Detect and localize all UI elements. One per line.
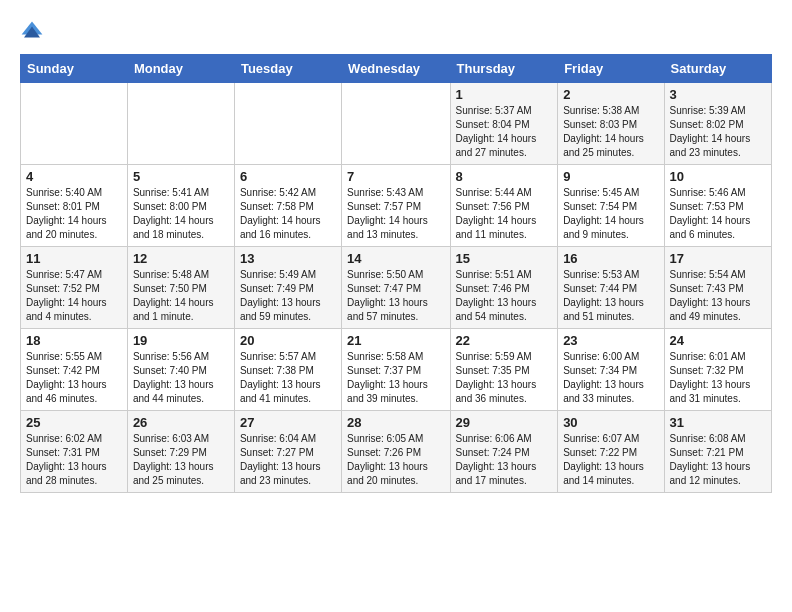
day-number: 11: [26, 251, 122, 266]
day-info: Sunrise: 5:38 AM Sunset: 8:03 PM Dayligh…: [563, 104, 658, 160]
day-info: Sunrise: 5:50 AM Sunset: 7:47 PM Dayligh…: [347, 268, 444, 324]
day-of-week-header: Sunday: [21, 55, 128, 83]
day-number: 13: [240, 251, 336, 266]
calendar-day-cell: 18Sunrise: 5:55 AM Sunset: 7:42 PM Dayli…: [21, 329, 128, 411]
day-number: 23: [563, 333, 658, 348]
day-number: 9: [563, 169, 658, 184]
calendar-day-cell: 2Sunrise: 5:38 AM Sunset: 8:03 PM Daylig…: [558, 83, 664, 165]
day-info: Sunrise: 5:41 AM Sunset: 8:00 PM Dayligh…: [133, 186, 229, 242]
page-header: [20, 20, 772, 44]
calendar-day-cell: 1Sunrise: 5:37 AM Sunset: 8:04 PM Daylig…: [450, 83, 558, 165]
calendar-day-cell: 9Sunrise: 5:45 AM Sunset: 7:54 PM Daylig…: [558, 165, 664, 247]
day-of-week-header: Monday: [127, 55, 234, 83]
logo: [20, 20, 48, 44]
day-of-week-header: Friday: [558, 55, 664, 83]
calendar-table: SundayMondayTuesdayWednesdayThursdayFrid…: [20, 54, 772, 493]
day-info: Sunrise: 6:03 AM Sunset: 7:29 PM Dayligh…: [133, 432, 229, 488]
day-number: 7: [347, 169, 444, 184]
day-info: Sunrise: 5:53 AM Sunset: 7:44 PM Dayligh…: [563, 268, 658, 324]
calendar-day-cell: 31Sunrise: 6:08 AM Sunset: 7:21 PM Dayli…: [664, 411, 771, 493]
calendar-day-cell: 14Sunrise: 5:50 AM Sunset: 7:47 PM Dayli…: [342, 247, 450, 329]
calendar-day-cell: 17Sunrise: 5:54 AM Sunset: 7:43 PM Dayli…: [664, 247, 771, 329]
calendar-week-row: 1Sunrise: 5:37 AM Sunset: 8:04 PM Daylig…: [21, 83, 772, 165]
day-number: 17: [670, 251, 766, 266]
day-info: Sunrise: 5:49 AM Sunset: 7:49 PM Dayligh…: [240, 268, 336, 324]
calendar-week-row: 25Sunrise: 6:02 AM Sunset: 7:31 PM Dayli…: [21, 411, 772, 493]
calendar-day-cell: 27Sunrise: 6:04 AM Sunset: 7:27 PM Dayli…: [234, 411, 341, 493]
day-info: Sunrise: 6:04 AM Sunset: 7:27 PM Dayligh…: [240, 432, 336, 488]
calendar-day-cell: 4Sunrise: 5:40 AM Sunset: 8:01 PM Daylig…: [21, 165, 128, 247]
day-info: Sunrise: 6:02 AM Sunset: 7:31 PM Dayligh…: [26, 432, 122, 488]
day-info: Sunrise: 5:37 AM Sunset: 8:04 PM Dayligh…: [456, 104, 553, 160]
calendar-day-cell: 16Sunrise: 5:53 AM Sunset: 7:44 PM Dayli…: [558, 247, 664, 329]
day-number: 31: [670, 415, 766, 430]
day-number: 16: [563, 251, 658, 266]
calendar-day-cell: 8Sunrise: 5:44 AM Sunset: 7:56 PM Daylig…: [450, 165, 558, 247]
day-info: Sunrise: 6:08 AM Sunset: 7:21 PM Dayligh…: [670, 432, 766, 488]
calendar-day-cell: 26Sunrise: 6:03 AM Sunset: 7:29 PM Dayli…: [127, 411, 234, 493]
calendar-day-cell: [21, 83, 128, 165]
calendar-week-row: 11Sunrise: 5:47 AM Sunset: 7:52 PM Dayli…: [21, 247, 772, 329]
calendar-day-cell: 7Sunrise: 5:43 AM Sunset: 7:57 PM Daylig…: [342, 165, 450, 247]
day-info: Sunrise: 5:43 AM Sunset: 7:57 PM Dayligh…: [347, 186, 444, 242]
day-info: Sunrise: 5:44 AM Sunset: 7:56 PM Dayligh…: [456, 186, 553, 242]
day-number: 28: [347, 415, 444, 430]
day-info: Sunrise: 5:54 AM Sunset: 7:43 PM Dayligh…: [670, 268, 766, 324]
day-info: Sunrise: 6:07 AM Sunset: 7:22 PM Dayligh…: [563, 432, 658, 488]
calendar-day-cell: 25Sunrise: 6:02 AM Sunset: 7:31 PM Dayli…: [21, 411, 128, 493]
day-info: Sunrise: 5:57 AM Sunset: 7:38 PM Dayligh…: [240, 350, 336, 406]
day-info: Sunrise: 5:39 AM Sunset: 8:02 PM Dayligh…: [670, 104, 766, 160]
calendar-day-cell: 12Sunrise: 5:48 AM Sunset: 7:50 PM Dayli…: [127, 247, 234, 329]
day-number: 19: [133, 333, 229, 348]
day-info: Sunrise: 6:00 AM Sunset: 7:34 PM Dayligh…: [563, 350, 658, 406]
calendar-day-cell: 30Sunrise: 6:07 AM Sunset: 7:22 PM Dayli…: [558, 411, 664, 493]
day-info: Sunrise: 5:47 AM Sunset: 7:52 PM Dayligh…: [26, 268, 122, 324]
calendar-day-cell: 10Sunrise: 5:46 AM Sunset: 7:53 PM Dayli…: [664, 165, 771, 247]
day-number: 21: [347, 333, 444, 348]
calendar-day-cell: 23Sunrise: 6:00 AM Sunset: 7:34 PM Dayli…: [558, 329, 664, 411]
calendar-week-row: 18Sunrise: 5:55 AM Sunset: 7:42 PM Dayli…: [21, 329, 772, 411]
day-info: Sunrise: 5:42 AM Sunset: 7:58 PM Dayligh…: [240, 186, 336, 242]
day-number: 4: [26, 169, 122, 184]
day-number: 5: [133, 169, 229, 184]
calendar-day-cell: 3Sunrise: 5:39 AM Sunset: 8:02 PM Daylig…: [664, 83, 771, 165]
day-of-week-header: Saturday: [664, 55, 771, 83]
calendar-day-cell: 13Sunrise: 5:49 AM Sunset: 7:49 PM Dayli…: [234, 247, 341, 329]
day-info: Sunrise: 5:46 AM Sunset: 7:53 PM Dayligh…: [670, 186, 766, 242]
day-number: 12: [133, 251, 229, 266]
calendar-day-cell: 20Sunrise: 5:57 AM Sunset: 7:38 PM Dayli…: [234, 329, 341, 411]
day-number: 30: [563, 415, 658, 430]
calendar-day-cell: 29Sunrise: 6:06 AM Sunset: 7:24 PM Dayli…: [450, 411, 558, 493]
day-number: 2: [563, 87, 658, 102]
day-info: Sunrise: 5:55 AM Sunset: 7:42 PM Dayligh…: [26, 350, 122, 406]
day-number: 20: [240, 333, 336, 348]
day-info: Sunrise: 5:40 AM Sunset: 8:01 PM Dayligh…: [26, 186, 122, 242]
day-number: 15: [456, 251, 553, 266]
day-info: Sunrise: 5:59 AM Sunset: 7:35 PM Dayligh…: [456, 350, 553, 406]
calendar-day-cell: 5Sunrise: 5:41 AM Sunset: 8:00 PM Daylig…: [127, 165, 234, 247]
day-of-week-header: Tuesday: [234, 55, 341, 83]
day-of-week-header: Thursday: [450, 55, 558, 83]
day-info: Sunrise: 5:56 AM Sunset: 7:40 PM Dayligh…: [133, 350, 229, 406]
day-of-week-header: Wednesday: [342, 55, 450, 83]
calendar-day-cell: [342, 83, 450, 165]
day-number: 18: [26, 333, 122, 348]
day-info: Sunrise: 6:05 AM Sunset: 7:26 PM Dayligh…: [347, 432, 444, 488]
day-number: 3: [670, 87, 766, 102]
day-number: 29: [456, 415, 553, 430]
day-number: 14: [347, 251, 444, 266]
day-number: 22: [456, 333, 553, 348]
calendar-week-row: 4Sunrise: 5:40 AM Sunset: 8:01 PM Daylig…: [21, 165, 772, 247]
day-number: 10: [670, 169, 766, 184]
day-number: 8: [456, 169, 553, 184]
calendar-header-row: SundayMondayTuesdayWednesdayThursdayFrid…: [21, 55, 772, 83]
logo-icon: [20, 20, 44, 44]
day-number: 26: [133, 415, 229, 430]
calendar-day-cell: 24Sunrise: 6:01 AM Sunset: 7:32 PM Dayli…: [664, 329, 771, 411]
calendar-day-cell: 21Sunrise: 5:58 AM Sunset: 7:37 PM Dayli…: [342, 329, 450, 411]
calendar-day-cell: 15Sunrise: 5:51 AM Sunset: 7:46 PM Dayli…: [450, 247, 558, 329]
day-number: 25: [26, 415, 122, 430]
calendar-day-cell: 22Sunrise: 5:59 AM Sunset: 7:35 PM Dayli…: [450, 329, 558, 411]
calendar-day-cell: 19Sunrise: 5:56 AM Sunset: 7:40 PM Dayli…: [127, 329, 234, 411]
calendar-day-cell: [234, 83, 341, 165]
